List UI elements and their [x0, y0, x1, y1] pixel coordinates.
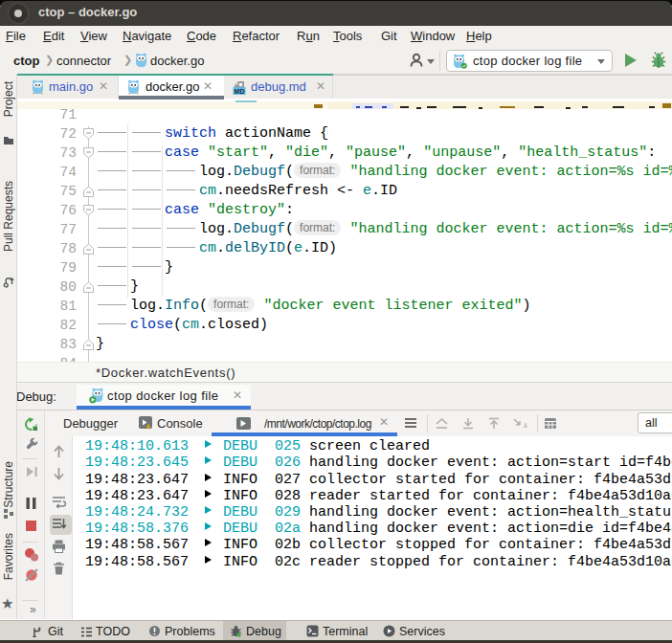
svg-text:MD: MD	[235, 88, 245, 95]
